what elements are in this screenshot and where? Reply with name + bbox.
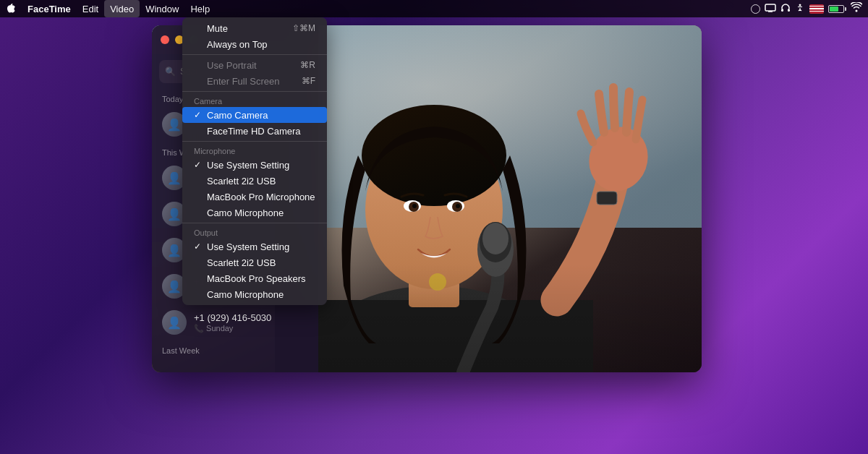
video-dropdown-menu: Mute ⇧⌘M Always on Top Use Portrait ⌘R E… — [182, 17, 327, 305]
menu-bar: FaceTime Edit Video Window Help — [0, 0, 868, 17]
menu-label-mic-system: Use System Setting — [207, 160, 315, 171]
menu-label-fullscreen: Enter Full Screen — [207, 76, 302, 87]
menu-item-camo-mic[interactable]: Camo Microphone — [182, 205, 327, 220]
menu-label-always-on-top: Always on Top — [207, 39, 315, 50]
menu-item-camo-camera[interactable]: ✓ Camo Camera — [182, 107, 327, 123]
checkmark-output-system: ✓ — [194, 241, 204, 252]
flag-icon — [809, 4, 824, 14]
menu-label-camo-mic: Camo Microphone — [207, 207, 315, 218]
avatar: 👤 — [162, 310, 187, 335]
checkmark-mic-system: ✓ — [194, 160, 204, 170]
menu-item-scarlett-output[interactable]: Scarlett 2i2 USB — [182, 254, 327, 270]
menubar-window[interactable]: Window — [140, 0, 184, 17]
menubar-facetime[interactable]: FaceTime — [22, 0, 77, 17]
menu-shortcut-portrait: ⌘R — [300, 60, 315, 70]
menu-item-scarlett-mic[interactable]: Scarlett 2i2 USB — [182, 173, 327, 189]
menu-item-use-portrait[interactable]: Use Portrait ⌘R — [182, 57, 327, 73]
menu-item-mute[interactable]: Mute ⇧⌘M — [182, 20, 327, 36]
section-lastweek-label: Last Week — [152, 340, 318, 358]
menu-item-mic-system[interactable]: ✓ Use System Setting — [182, 157, 327, 173]
svg-rect-4 — [788, 9, 790, 12]
menu-separator-1 — [182, 54, 327, 55]
menu-label-scarlett-mic: Scarlett 2i2 USB — [207, 176, 315, 187]
menu-separator-3 — [182, 141, 327, 142]
contact-date: 📞 Sunday — [194, 324, 308, 333]
screen-share-icon — [765, 4, 776, 14]
menu-label-macbook-speakers: MacBook Pro Speakers — [207, 273, 315, 284]
status-circle-icon — [751, 4, 760, 14]
output-section-header: Output — [182, 226, 327, 239]
search-icon: 🔍 — [165, 67, 176, 77]
svg-rect-3 — [781, 9, 783, 12]
menu-item-macbook-mic[interactable]: MacBook Pro Microphone — [182, 189, 327, 205]
menu-item-macbook-speakers[interactable]: MacBook Pro Speakers — [182, 270, 327, 286]
menu-label-output-system: Use System Setting — [207, 241, 315, 252]
menu-shortcut-fullscreen: ⌘F — [302, 76, 315, 86]
accessibility-icon — [795, 3, 805, 15]
menu-label-use-portrait: Use Portrait — [207, 60, 300, 71]
contact-phone: +1 (929) 416-5030 — [194, 312, 308, 323]
microphone-section-header: Microphone — [182, 144, 327, 157]
menu-item-output-system[interactable]: ✓ Use System Setting — [182, 239, 327, 254]
menu-label-scarlett-output: Scarlett 2i2 USB — [207, 257, 315, 268]
menu-item-camo-output[interactable]: Camo Microphone — [182, 286, 327, 302]
menubar-status-area — [751, 2, 862, 15]
camera-section-header: Camera — [182, 94, 327, 107]
menu-item-fullscreen[interactable]: Enter Full Screen ⌘F — [182, 73, 327, 89]
list-item[interactable]: 👤 +1 (929) 416-5030 📞 Sunday — [152, 304, 318, 340]
svg-point-5 — [799, 4, 801, 6]
battery-icon — [828, 5, 846, 13]
menu-label-mute: Mute — [207, 23, 292, 34]
menu-item-always-on-top[interactable]: Always on Top — [182, 36, 327, 52]
menu-shortcut-mute: ⇧⌘M — [292, 23, 315, 33]
wifi-icon — [851, 2, 862, 15]
menu-separator-2 — [182, 91, 327, 92]
menu-label-macbook-mic: MacBook Pro Microphone — [207, 192, 315, 202]
svg-rect-0 — [765, 4, 775, 11]
menu-label-camo-output: Camo Microphone — [207, 289, 315, 300]
checkmark-camo-camera: ✓ — [194, 110, 204, 120]
menu-item-facetime-camera[interactable]: FaceTime HD Camera — [182, 123, 327, 139]
apple-menu[interactable] — [6, 4, 16, 14]
menu-label-camo-camera: Camo Camera — [207, 110, 315, 121]
menu-separator-4 — [182, 223, 327, 223]
menubar-help[interactable]: Help — [184, 0, 216, 17]
menu-label-facetime-camera: FaceTime HD Camera — [207, 126, 315, 137]
svg-point-19 — [456, 204, 460, 208]
svg-point-18 — [412, 204, 417, 208]
menubar-edit[interactable]: Edit — [77, 0, 104, 17]
traffic-light-close[interactable] — [161, 35, 169, 44]
svg-rect-22 — [597, 192, 617, 205]
menubar-video[interactable]: Video — [104, 0, 140, 17]
headphones-icon — [780, 3, 791, 15]
svg-point-25 — [482, 223, 509, 254]
